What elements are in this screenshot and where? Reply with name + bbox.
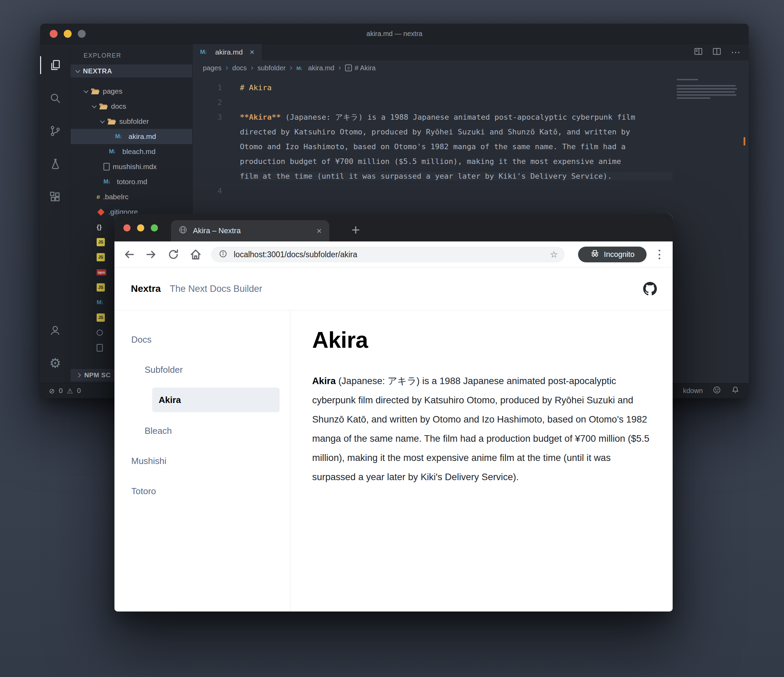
activity-bar: ⚙ [40,44,70,383]
site-brand[interactable]: Nextra [131,283,161,294]
vscode-window-controls [50,30,86,38]
scrollbar-marker [744,137,745,145]
account-icon[interactable] [40,314,70,347]
chevron-down-icon [75,68,80,73]
minimize-window-button[interactable] [137,224,144,231]
file-icon [103,163,110,170]
address-bar[interactable]: localhost:3001/docs/subfolder/akira ☆ [211,246,565,262]
workspace-section-header[interactable]: NEXTRA [71,64,192,78]
browser-window: Akira – Nextra × + localhost:3001/docs/s… [114,214,673,611]
markdown-icon: M↓ [109,148,119,155]
breadcrumb-item[interactable]: # # Akira [345,64,376,72]
notifications-bell-icon[interactable] [731,385,740,396]
forward-button[interactable] [145,248,157,261]
open-preview-icon[interactable] [694,47,703,57]
browser-tab-bar: Akira – Nextra × + [114,214,673,242]
sidebar-item-bleach[interactable]: Bleach [145,420,172,441]
chevron-down-icon [100,119,105,123]
feedback-smiley-icon[interactable] [712,385,721,396]
sidebar-item-subfolder[interactable]: Subfolder [145,359,183,380]
new-tab-button[interactable]: + [346,220,365,240]
editor-tab-bar: M↓ akira.md × ⋯ [193,44,749,60]
breadcrumb-item[interactable]: pages [203,64,222,72]
file-icon [96,344,103,351]
tree-item-pages[interactable]: pages [71,84,192,99]
language-mode[interactable]: kdown [683,387,703,395]
error-count: 0 [59,387,63,395]
problems-status[interactable]: ⊘ 0 ⚠ 0 [49,387,81,395]
chevron-separator-icon: › [226,64,228,72]
incognito-badge: Incognito [578,246,647,262]
code-row: production budget of ¥700 million ($5.5 … [193,154,673,169]
minimize-window-button[interactable] [64,30,72,38]
git-icon [97,208,104,215]
close-icon[interactable]: × [250,47,255,57]
docs-content: Akira Akira (Japanese: アキラ) is a 1988 Ja… [290,310,673,611]
vscode-titlebar: akira.md — nextra [40,23,749,44]
run-debug-icon[interactable] [40,147,70,180]
tree-item-label: akira.md [129,133,156,140]
code-row: 1 # Akira [193,80,673,95]
tree-item-label: .babelrc [103,193,129,201]
tab-akira-md[interactable]: M↓ akira.md × [193,44,263,60]
markdown-icon: M↓ [296,65,305,71]
javascript-icon: JS [96,253,105,261]
tree-item-bleach-md[interactable]: M↓ bleach.md [71,144,192,159]
browser-menu-icon[interactable] [657,249,661,260]
back-button[interactable] [123,248,135,261]
close-window-button[interactable] [123,224,131,231]
markdown-icon: M↓ [103,178,114,185]
tree-item-subfolder[interactable]: subfolder [71,114,192,129]
extensions-icon[interactable] [40,180,70,213]
split-editor-icon[interactable] [712,47,721,57]
incognito-label: Incognito [604,250,634,259]
more-actions-icon[interactable]: ⋯ [731,47,740,58]
tree-item-babelrc[interactable]: B .babelrc [71,189,192,204]
sidebar-item-totoro[interactable]: Totoro [131,481,156,501]
code-row: 2 [193,95,673,110]
browser-window-controls [123,224,158,231]
tree-item-label: docs [111,102,126,111]
home-button[interactable] [190,248,202,261]
tab-title: Akira – Nextra [193,226,311,235]
zoom-window-button[interactable] [78,30,86,38]
close-icon[interactable]: × [317,226,322,236]
breadcrumb-item[interactable]: docs [232,64,247,72]
zoom-window-button[interactable] [151,224,158,231]
tree-item-label: bleach.md [122,147,156,156]
javascript-icon: JS [96,283,105,292]
browser-tab[interactable]: Akira – Nextra × [171,220,329,242]
settings-gear-icon[interactable]: ⚙ [40,347,70,380]
minimap[interactable] [673,75,749,383]
bookmark-star-icon[interactable]: ☆ [550,249,558,260]
sidebar-item-docs[interactable]: Docs [131,329,151,350]
tree-item-akira-md[interactable]: M↓ akira.md [71,129,192,144]
explorer-title: EXPLORER [71,44,192,59]
npm-icon: npm [96,269,106,275]
chevron-separator-icon: › [339,64,341,72]
tree-item-mushishi-mdx[interactable]: mushishi.mdx [71,159,192,174]
search-icon[interactable] [40,82,70,115]
window-title: akira.md — nextra [366,30,422,38]
sidebar-item-akira-active[interactable]: Akira [152,388,280,412]
code-row: directed by Katsuhiro Otomo, produced by… [193,125,673,139]
sidebar-item-mushishi[interactable]: Mushishi [131,451,166,471]
tree-item-docs[interactable]: docs [71,99,192,114]
folder-open-icon [99,103,108,110]
github-icon[interactable] [643,282,657,296]
markdown-icon: M↓ [115,133,125,140]
error-icon: ⊘ [49,387,55,395]
explorer-icon[interactable] [40,49,70,82]
breadcrumb-item[interactable]: subfolder [257,64,285,72]
breadcrumb-item[interactable]: M↓ akira.md [296,64,334,72]
source-control-icon[interactable] [40,115,70,147]
breadcrumb: pages › docs › subfolder › M↓ akira.md ›… [193,60,749,75]
site-info-icon[interactable] [219,249,227,260]
tab-label: akira.md [215,48,243,56]
close-window-button[interactable] [50,30,58,38]
chevron-down-icon [84,89,89,93]
yarn-icon [96,329,103,336]
tree-item-totoro-md[interactable]: M↓ totoro.md [71,174,192,189]
reload-button[interactable] [167,248,180,261]
warning-icon: ⚠ [67,387,73,395]
